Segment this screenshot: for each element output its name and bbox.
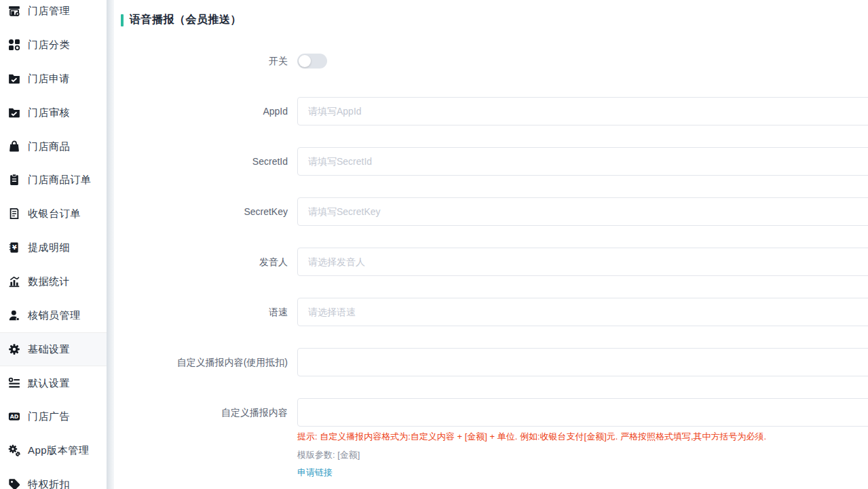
sidebar-item-label: 提成明细	[28, 241, 70, 254]
bar-chart-icon	[7, 275, 20, 288]
secretkey-input[interactable]	[297, 197, 868, 226]
sidebar-item-verifier-management[interactable]: 核销员管理	[0, 298, 107, 332]
settings-list-icon	[7, 377, 20, 390]
form-row-appid: AppId	[114, 97, 868, 125]
secretid-input[interactable]	[297, 147, 868, 176]
svg-text:AD: AD	[10, 414, 18, 420]
form-row-speech-rate: 语速	[114, 298, 868, 326]
gear-icon	[7, 343, 20, 356]
form-row-voice-speaker: 发音人	[114, 248, 868, 276]
field-label: SecretId	[114, 147, 288, 176]
main-content: 语音播报（会员推送） 开关 AppId SecretId SecretKey 发…	[114, 0, 868, 489]
field-label: SecretKey	[114, 197, 288, 226]
folder-check-icon	[7, 73, 20, 85]
switch-knob	[299, 55, 311, 67]
sidebar-scrollbar[interactable]	[107, 0, 114, 489]
sidebar-item-commission-detail[interactable]: ¥ 提成明细	[0, 231, 107, 265]
speech-rate-select[interactable]	[297, 298, 868, 326]
title-accent-bar	[121, 14, 124, 26]
sidebar-item-store-review[interactable]: 门店审核	[0, 96, 107, 130]
sidebar-item-label: 门店商品订单	[28, 174, 91, 187]
sidebar-item-app-version[interactable]: App版本管理	[0, 433, 107, 467]
sidebar-item-label: 收银台订单	[28, 208, 81, 220]
sidebar-item-data-statistics[interactable]: 数据统计	[0, 265, 107, 298]
shopping-bag-icon	[7, 140, 20, 153]
field-label: 自定义播报内容(使用抵扣)	[114, 348, 288, 376]
sidebar: 门店管理 门店分类 门店申请 门店审核 门店商品	[0, 0, 114, 489]
sidebar-item-label: 核销员管理	[28, 309, 81, 322]
sidebar-item-label: App版本管理	[28, 444, 89, 457]
sidebar-item-store-goods-orders[interactable]: 门店商品订单	[0, 163, 107, 197]
sidebar-item-label: 门店审核	[28, 106, 70, 119]
appid-input[interactable]	[297, 97, 868, 125]
gears-icon	[7, 444, 20, 457]
sidebar-item-basic-settings[interactable]: 基础设置	[0, 332, 107, 366]
discount-tag-icon	[7, 478, 20, 489]
yuan-ledger-icon: ¥	[7, 241, 20, 254]
form-row-secretkey: SecretKey	[114, 197, 868, 226]
ad-badge-icon: AD	[7, 410, 20, 423]
page: 门店管理 门店分类 门店申请 门店审核 门店商品	[0, 0, 868, 489]
form-row-secretid: SecretId	[114, 147, 868, 176]
section-title: 语音播报（会员推送）	[121, 13, 242, 27]
category-grid-icon	[7, 39, 20, 52]
speaker-select[interactable]	[297, 248, 868, 276]
apply-link[interactable]: 申请链接	[297, 467, 333, 479]
sidebar-item-store-application[interactable]: 门店申请	[0, 62, 107, 96]
form-row-custom-content: 自定义播报内容	[114, 398, 868, 427]
user-icon	[7, 309, 20, 322]
svg-text:¥: ¥	[12, 243, 17, 251]
voice-broadcast-switch[interactable]	[297, 54, 327, 69]
sidebar-item-label: 门店管理	[28, 5, 70, 18]
page-title: 语音播报（会员推送）	[130, 13, 242, 27]
sidebar-item-store-management[interactable]: 门店管理	[0, 0, 107, 28]
sidebar-item-label: 数据统计	[28, 275, 70, 288]
sidebar-item-default-settings[interactable]: 默认设置	[0, 366, 107, 400]
sidebar-item-label: 默认设置	[28, 377, 70, 390]
sidebar-item-label: 门店商品	[28, 140, 70, 153]
clipboard-icon	[7, 174, 20, 187]
custom-content-deduction-input[interactable]	[297, 348, 868, 376]
sidebar-item-label: 门店申请	[28, 73, 70, 85]
format-hint-error: 提示: 自定义播报内容格式为:自定义内容 + [金额] + 单位. 例如:收银台…	[297, 431, 766, 443]
template-param-text: 模版参数: [金额]	[297, 449, 360, 461]
sidebar-item-label: 门店广告	[28, 410, 70, 423]
field-label: 自定义播报内容	[114, 398, 288, 427]
sidebar-item-cashier-orders[interactable]: 收银台订单	[0, 197, 107, 231]
field-label: 语速	[114, 298, 288, 326]
receipt-icon	[7, 208, 20, 220]
form-row-custom-content-deduction: 自定义播报内容(使用抵扣)	[114, 348, 868, 376]
sidebar-item-store-category[interactable]: 门店分类	[0, 28, 107, 62]
sidebar-item-label: 特权折扣	[28, 478, 70, 489]
storefront-gear-icon	[7, 5, 20, 18]
custom-content-input[interactable]	[297, 398, 868, 427]
sidebar-item-store-goods[interactable]: 门店商品	[0, 130, 107, 163]
switch-label: 开关	[114, 47, 288, 75]
field-label: 发音人	[114, 248, 288, 276]
sidebar-item-label: 基础设置	[28, 343, 70, 356]
sidebar-item-store-ads[interactable]: AD 门店广告	[0, 399, 107, 433]
sidebar-item-privilege-discount[interactable]: 特权折扣	[0, 467, 107, 489]
sidebar-item-label: 门店分类	[28, 39, 70, 52]
field-label: AppId	[114, 97, 288, 125]
folder-check-icon	[7, 106, 20, 119]
